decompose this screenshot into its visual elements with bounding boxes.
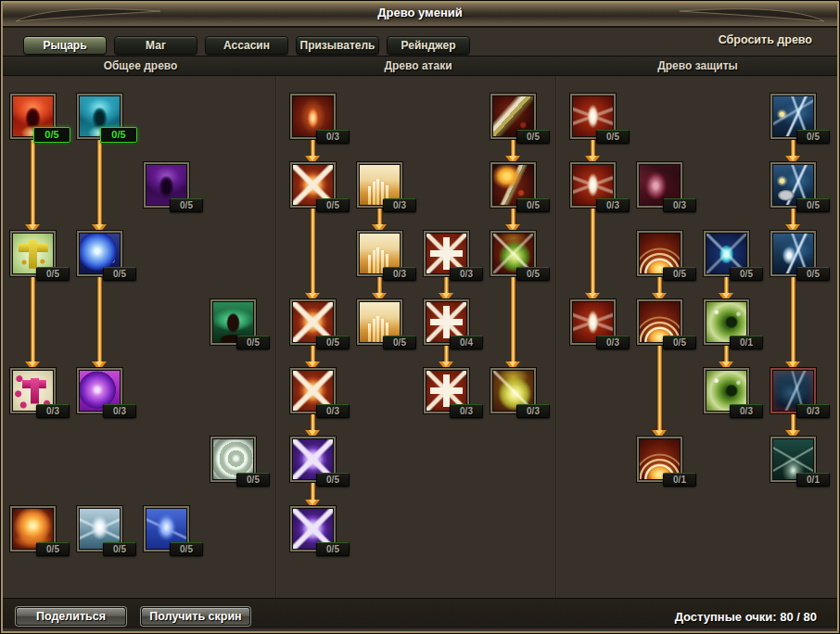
skill-points-label: 0/5 bbox=[730, 267, 763, 281]
skill-arrow bbox=[511, 275, 515, 361]
skill-points-label: 0/5 bbox=[796, 267, 830, 281]
screenshot-button[interactable]: Получить скрин bbox=[141, 607, 250, 626]
star-burst-icon[interactable]: 0/4 bbox=[426, 301, 467, 343]
skill-points-label: 0/3 bbox=[450, 267, 483, 281]
blue-tree-icon[interactable]: 0/5 bbox=[146, 508, 187, 550]
gold-arc-icon[interactable]: 0/5 bbox=[639, 301, 681, 343]
available-points: Доступные очки: 80 / 80 bbox=[675, 610, 817, 624]
skill-arrow bbox=[444, 275, 449, 293]
star-burst-icon[interactable]: 0/3 bbox=[426, 233, 467, 274]
yellow-fist-icon[interactable]: 0/3 bbox=[492, 370, 534, 412]
purple-spike-icon[interactable]: 0/5 bbox=[292, 508, 334, 550]
skill-points-label: 0/5 bbox=[516, 198, 550, 212]
light-pillars-icon[interactable]: 0/3 bbox=[359, 164, 401, 206]
skill-points-label: 0/3 bbox=[450, 404, 483, 418]
skill-arrow bbox=[791, 207, 795, 224]
skill-arrow bbox=[791, 138, 795, 156]
blue-branch-icon[interactable]: 0/5 bbox=[772, 95, 814, 137]
red-feather-icon[interactable]: 0/3 bbox=[572, 164, 614, 206]
red-demon-icon[interactable]: 0/5 bbox=[12, 95, 54, 137]
pink-cross-icon[interactable]: 0/3 bbox=[12, 370, 54, 412]
skill-tree-window: Древо умений РыцарьМагАссасинПризыватель… bbox=[0, 0, 840, 634]
assassin-hood-icon[interactable]: 0/3 bbox=[639, 164, 681, 206]
skill-points-label: 0/5 bbox=[33, 127, 70, 143]
skill-points-label: 0/3 bbox=[316, 404, 350, 418]
green-fist-icon[interactable]: 0/5 bbox=[492, 233, 534, 274]
skill-arrow bbox=[511, 138, 515, 156]
blue-branch-burst-icon[interactable]: 0/5 bbox=[772, 233, 814, 274]
skill-points-label: 0/3 bbox=[663, 198, 696, 212]
green-mech-icon[interactable]: 0/5 bbox=[212, 301, 254, 343]
skill-arrow bbox=[511, 207, 515, 224]
skill-points-label: 0/5 bbox=[383, 336, 416, 349]
blue-orb-icon[interactable]: 0/5 bbox=[79, 233, 121, 274]
purple-demon-icon[interactable]: 0/5 bbox=[146, 164, 187, 206]
skill-points-label: 0/3 bbox=[316, 130, 350, 144]
skill-points-label: 0/5 bbox=[316, 336, 350, 349]
swirl-icon[interactable]: 0/5 bbox=[212, 438, 254, 480]
skill-points-label: 0/1 bbox=[796, 473, 830, 487]
skill-arrow bbox=[311, 481, 315, 500]
light-pillars-icon[interactable]: 0/3 bbox=[359, 233, 401, 274]
axe-icon[interactable]: 0/5 bbox=[492, 95, 534, 137]
skill-arrow bbox=[31, 275, 35, 361]
skill-points-label: 0/3 bbox=[596, 336, 630, 349]
gold-arc-icon[interactable]: 0/5 bbox=[639, 233, 681, 274]
skill-points-label: 0/5 bbox=[316, 198, 350, 212]
skill-arrow bbox=[31, 138, 35, 224]
skill-points-label: 0/1 bbox=[730, 336, 763, 349]
gold-arc-icon[interactable]: 0/1 bbox=[639, 438, 681, 480]
skill-points-label: 0/5 bbox=[316, 473, 350, 487]
light-pillars-icon[interactable]: 0/5 bbox=[359, 301, 401, 343]
star-burst-icon[interactable]: 0/3 bbox=[426, 370, 467, 412]
skill-points-label: 0/5 bbox=[103, 267, 136, 281]
skill-points-label: 0/5 bbox=[796, 130, 830, 144]
skill-points-label: 0/3 bbox=[103, 404, 136, 418]
fire-sigil-icon[interactable]: 0/5 bbox=[12, 508, 54, 550]
green-cross-icon[interactable]: 0/5 bbox=[12, 233, 54, 274]
red-feather-icon[interactable]: 0/3 bbox=[572, 301, 614, 343]
skill-points-label: 0/3 bbox=[383, 198, 416, 212]
share-button[interactable]: Поделиться bbox=[16, 607, 126, 626]
teal-burst-icon[interactable]: 0/1 bbox=[772, 438, 814, 480]
skill-points-label: 0/3 bbox=[516, 404, 550, 418]
dark-tree-red-icon[interactable]: 0/3 bbox=[772, 370, 814, 412]
flame-sigil-icon[interactable]: 0/3 bbox=[292, 95, 334, 137]
skill-arrow bbox=[311, 412, 315, 430]
skill-arrow bbox=[311, 138, 315, 156]
skill-points-label: 0/5 bbox=[36, 267, 70, 281]
skill-arrow bbox=[311, 207, 315, 293]
skill-points-label: 0/4 bbox=[450, 336, 483, 349]
white-tree-icon[interactable]: 0/5 bbox=[79, 508, 121, 550]
skill-points-label: 0/5 bbox=[100, 127, 137, 143]
skill-arrow bbox=[377, 275, 382, 293]
skill-points-label: 0/1 bbox=[663, 473, 696, 487]
skill-points-label: 0/3 bbox=[730, 404, 763, 418]
skill-arrow bbox=[791, 275, 795, 361]
skill-arrow bbox=[591, 138, 595, 156]
purple-orb-icon[interactable]: 0/3 bbox=[79, 370, 121, 412]
skill-arrow bbox=[724, 275, 729, 293]
blue-branch-anvil-icon[interactable]: 0/5 bbox=[772, 164, 814, 206]
green-shell-icon[interactable]: 0/1 bbox=[706, 301, 747, 343]
footer-bar: Поделиться Получить скрин Доступные очки… bbox=[3, 598, 837, 628]
cyan-demon-icon[interactable]: 0/5 bbox=[79, 95, 121, 137]
skill-arrow bbox=[657, 275, 662, 293]
purple-spike-icon[interactable]: 0/5 bbox=[292, 438, 334, 480]
skill-arrow bbox=[97, 138, 102, 224]
sword-hilt-icon[interactable]: 0/5 bbox=[492, 164, 534, 206]
skill-arrow bbox=[657, 344, 662, 430]
skill-points-label: 0/5 bbox=[236, 336, 270, 349]
red-feather-icon[interactable]: 0/5 bbox=[572, 95, 614, 137]
spike-burst-icon[interactable]: 0/5 bbox=[292, 164, 334, 206]
skill-arrow bbox=[791, 412, 795, 430]
spike-burst-icon[interactable]: 0/3 bbox=[292, 370, 334, 412]
skill-points-label: 0/5 bbox=[170, 198, 203, 212]
green-shell-icon[interactable]: 0/3 bbox=[706, 370, 747, 412]
skill-arrow bbox=[591, 207, 595, 293]
skill-points-label: 0/5 bbox=[170, 542, 203, 556]
spike-burst-icon[interactable]: 0/5 bbox=[292, 301, 334, 343]
skill-points-label: 0/5 bbox=[663, 336, 696, 349]
skill-arrow bbox=[311, 344, 315, 361]
cyan-shield-icon[interactable]: 0/5 bbox=[706, 233, 747, 274]
